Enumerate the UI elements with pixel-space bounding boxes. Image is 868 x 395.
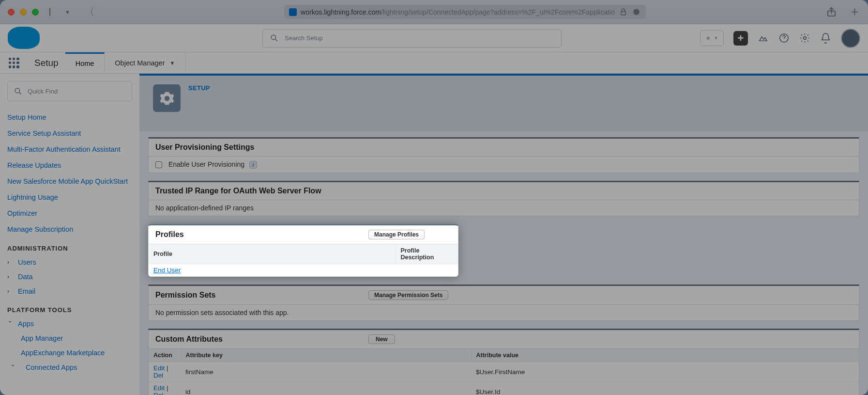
no-permission-sets-message: No permission sets associated with this … xyxy=(149,305,859,320)
nav-optimizer[interactable]: Optimizer xyxy=(7,205,132,221)
search-icon xyxy=(270,33,279,43)
custom-attributes-table: Action Attribute key Attribute value Edi… xyxy=(149,349,859,395)
page-header: SETUP xyxy=(139,74,868,131)
panel-user-provisioning: User Provisioning Settings Enable User P… xyxy=(148,137,859,173)
nav-mfa-assistant[interactable]: Multi-Factor Authentication Assistant xyxy=(7,141,132,157)
svg-point-5 xyxy=(804,37,807,40)
tree-users[interactable]: ›Users xyxy=(7,255,132,269)
quick-find-placeholder: Quick Find xyxy=(28,88,58,95)
col-attribute-key: Attribute key xyxy=(181,349,471,362)
chevron-down-icon: › xyxy=(10,364,16,370)
browser-toolbar: ▼ 〈 workos.lightning.force.com/lightning… xyxy=(0,0,868,24)
table-row: Edit | Del id $User.Id xyxy=(149,382,859,395)
chevron-down-icon[interactable]: ▼ xyxy=(65,9,70,15)
profile-desc-cell xyxy=(396,264,458,277)
new-attribute-button[interactable]: New xyxy=(368,334,395,344)
panel-title: Permission Sets xyxy=(155,291,368,300)
tree-apps[interactable]: ›Apps xyxy=(7,316,132,331)
sidebar-toggle-icon[interactable] xyxy=(49,8,50,16)
col-profile-desc: Profile Description xyxy=(396,244,458,264)
panel-permission-sets: Permission Sets Manage Permission Sets N… xyxy=(148,284,859,321)
favorites-button[interactable]: ★▼ xyxy=(700,30,724,46)
enable-user-provisioning-checkbox[interactable] xyxy=(155,161,162,168)
browser-url-bar[interactable]: workos.lightning.force.com/lightning/set… xyxy=(284,5,646,19)
panel-profiles: Profiles Manage Profiles Profile Profile… xyxy=(148,224,458,277)
profile-link[interactable]: End User xyxy=(153,267,181,274)
col-action: Action xyxy=(149,349,181,362)
del-link[interactable]: Del xyxy=(153,372,163,379)
tree-appexchange[interactable]: AppExchange Marketplace xyxy=(7,346,132,360)
nav-manage-subscription[interactable]: Manage Subscription xyxy=(7,221,132,237)
app-name: Setup xyxy=(28,52,65,73)
chevron-right-icon: › xyxy=(7,288,13,295)
fullscreen-window-button[interactable] xyxy=(32,9,39,16)
global-search[interactable]: Search Setup xyxy=(262,29,562,47)
nav-release-updates[interactable]: Release Updates xyxy=(7,157,132,173)
svg-rect-0 xyxy=(621,12,626,15)
del-link[interactable]: Del xyxy=(153,392,163,395)
attr-value: $User.Id xyxy=(471,382,859,395)
breadcrumb[interactable]: SETUP xyxy=(188,84,210,92)
back-icon[interactable]: 〈 xyxy=(85,5,94,18)
no-ip-ranges-message: No application-defined IP ranges xyxy=(149,200,859,216)
new-tab-icon[interactable] xyxy=(849,6,860,17)
tab-object-manager[interactable]: Object Manager ▼ xyxy=(105,52,185,73)
panel-trusted-ip: Trusted IP Range for OAuth Web Server Fl… xyxy=(148,181,859,216)
gear-icon[interactable] xyxy=(799,32,810,44)
manage-profiles-button[interactable]: Manage Profiles xyxy=(368,230,425,239)
search-icon xyxy=(14,87,23,96)
context-bar: Setup Home Object Manager ▼ xyxy=(0,52,868,74)
nav-lightning-usage[interactable]: Lightning Usage xyxy=(7,189,132,205)
trailhead-icon[interactable] xyxy=(758,32,769,44)
close-window-button[interactable] xyxy=(8,9,15,16)
tree-app-manager[interactable]: App Manager xyxy=(7,331,132,346)
profiles-table: Profile Profile Description End User xyxy=(149,244,458,276)
nav-setup-home[interactable]: Setup Home xyxy=(7,109,132,125)
url-text: workos.lightning.force.com/lightning/set… xyxy=(301,8,615,16)
main-content: SETUP User Provisioning Settings Enable … xyxy=(139,74,868,395)
traffic-lights xyxy=(8,9,39,16)
svg-point-6 xyxy=(15,88,20,93)
help-icon[interactable] xyxy=(778,32,790,44)
nav-service-setup-assistant[interactable]: Service Setup Assistant xyxy=(7,125,132,141)
tree-connected-apps[interactable]: ›Connected Apps xyxy=(7,360,132,375)
app-launcher-icon[interactable] xyxy=(0,52,28,73)
section-administration: ADMINISTRATION xyxy=(7,237,132,255)
manage-permission-sets-button[interactable]: Manage Permission Sets xyxy=(368,290,448,300)
enable-user-provisioning-label: Enable User Provisioning xyxy=(168,160,244,168)
tree-data[interactable]: ›Data xyxy=(7,269,132,284)
chevron-down-icon: › xyxy=(7,321,14,327)
reader-icon[interactable] xyxy=(632,7,641,16)
lock-icon xyxy=(619,7,628,16)
setup-gear-tile xyxy=(153,84,181,112)
table-row: End User xyxy=(149,264,458,277)
chevron-right-icon: › xyxy=(7,273,13,280)
panel-title: Custom Attributes xyxy=(155,335,368,344)
user-avatar[interactable] xyxy=(841,29,860,48)
panel-title: Profiles xyxy=(155,230,368,239)
chevron-down-icon: ▼ xyxy=(170,60,175,66)
nav-mobile-quickstart[interactable]: New Salesforce Mobile App QuickStart xyxy=(7,173,132,189)
notifications-icon[interactable] xyxy=(820,32,831,44)
svg-point-3 xyxy=(271,35,276,40)
panel-title: Trusted IP Range for OAuth Web Server Fl… xyxy=(155,187,852,195)
section-platform-tools: PLATFORM TOOLS xyxy=(7,299,132,316)
search-placeholder: Search Setup xyxy=(285,34,323,42)
edit-link[interactable]: Edit xyxy=(153,364,165,372)
salesforce-logo[interactable] xyxy=(8,27,40,49)
panel-custom-attributes: Custom Attributes New Action Attribute k… xyxy=(148,329,859,395)
svg-point-1 xyxy=(633,9,640,15)
col-profile: Profile xyxy=(149,244,396,264)
global-actions-button[interactable]: + xyxy=(733,31,748,46)
minimize-window-button[interactable] xyxy=(20,9,27,16)
edit-link[interactable]: Edit xyxy=(153,384,165,392)
panel-title: User Provisioning Settings xyxy=(155,143,368,152)
attr-value: $User.FirstName xyxy=(471,362,859,382)
info-icon[interactable]: i xyxy=(249,161,257,169)
attr-key: firstName xyxy=(181,362,471,382)
share-icon[interactable] xyxy=(826,6,837,17)
tab-home[interactable]: Home xyxy=(65,52,105,73)
quick-find-input[interactable]: Quick Find xyxy=(7,81,132,101)
tree-email[interactable]: ›Email xyxy=(7,284,132,299)
chevron-right-icon: › xyxy=(7,259,13,266)
